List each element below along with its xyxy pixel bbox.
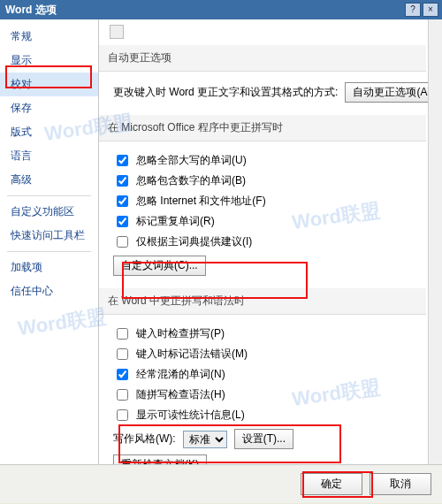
close-button[interactable]: × [423, 3, 438, 17]
sidebar: 常规 显示 校对 保存 版式 语言 高级 自定义功能区 快速访问工具栏 加载项 … [0, 19, 99, 464]
title-bar: Word 选项 ? × [0, 0, 442, 19]
sidebar-item-language[interactable]: 语言 [0, 144, 98, 168]
settings-button[interactable]: 设置(T)... [234, 429, 293, 449]
writing-style-combo[interactable]: 标准 [183, 431, 227, 448]
section-header-word-spelling: 在 Word 中更正拼写和语法时 [99, 288, 426, 315]
dialog-footer: 确定 取消 [0, 464, 442, 503]
sidebar-item-customize-ribbon[interactable]: 自定义功能区 [0, 200, 98, 224]
writing-style-label: 写作风格(W): [113, 431, 176, 447]
autocorrect-description: 更改键入时 Word 更正文字和设置其格式的方式: [113, 85, 338, 100]
dialog-body: 常规 显示 校对 保存 版式 语言 高级 自定义功能区 快速访问工具栏 加载项 … [0, 19, 442, 464]
check-spell-as-type[interactable]: 键入时检查拼写(P) [113, 325, 415, 342]
section-header-office-spelling: 在 Microsoft Office 程序中更正拼写时 [99, 115, 426, 141]
sidebar-item-advanced[interactable]: 高级 [0, 168, 98, 192]
sidebar-item-proofing[interactable]: 校对 [0, 73, 98, 96]
word-icon [110, 25, 124, 39]
help-button[interactable]: ? [405, 3, 421, 17]
ok-button[interactable]: 确定 [301, 473, 362, 495]
cancel-button[interactable]: 取消 [370, 473, 431, 495]
check-confused-words[interactable]: 经常混淆的单词(N) [113, 366, 415, 383]
main-panel: 自动更正选项 更改键入时 Word 更正文字和设置其格式的方式: 自动更正选项(… [99, 19, 442, 464]
window-title: Word 选项 [5, 3, 403, 18]
custom-dictionaries-button[interactable]: 自定义词典(C)... [113, 256, 206, 276]
sidebar-separator [7, 195, 91, 196]
sidebar-item-layout[interactable]: 版式 [0, 120, 98, 144]
sidebar-item-qat[interactable]: 快速访问工具栏 [0, 224, 98, 248]
check-flag-repeated[interactable]: 标记重复单词(R) [113, 213, 415, 230]
check-grammar-with-spell[interactable]: 随拼写检查语法(H) [113, 386, 415, 403]
sidebar-item-save[interactable]: 保存 [0, 96, 98, 120]
check-ignore-uppercase[interactable]: 忽略全部大写的单词(U) [113, 152, 415, 169]
check-ignore-numbers[interactable]: 忽略包含数字的单词(B) [113, 172, 415, 189]
recheck-document-button[interactable]: 重新检查文档(K) [113, 454, 207, 464]
check-ignore-internet[interactable]: 忽略 Internet 和文件地址(F) [113, 193, 415, 210]
window-controls: ? × [403, 3, 438, 17]
sidebar-item-trust-center[interactable]: 信任中心 [0, 279, 98, 303]
sidebar-item-addins[interactable]: 加载项 [0, 256, 98, 279]
sidebar-item-display[interactable]: 显示 [0, 49, 98, 73]
check-readability[interactable]: 显示可读性统计信息(L) [113, 407, 415, 424]
sidebar-separator [7, 251, 91, 252]
sidebar-item-general[interactable]: 常规 [0, 25, 98, 49]
vertical-scrollbar[interactable] [428, 19, 442, 464]
section-header-autocorrect: 自动更正选项 [99, 45, 426, 72]
check-grammar-as-type[interactable]: 键入时标记语法错误(M) [113, 346, 415, 363]
check-main-dict-only[interactable]: 仅根据主词典提供建议(I) [113, 233, 415, 250]
